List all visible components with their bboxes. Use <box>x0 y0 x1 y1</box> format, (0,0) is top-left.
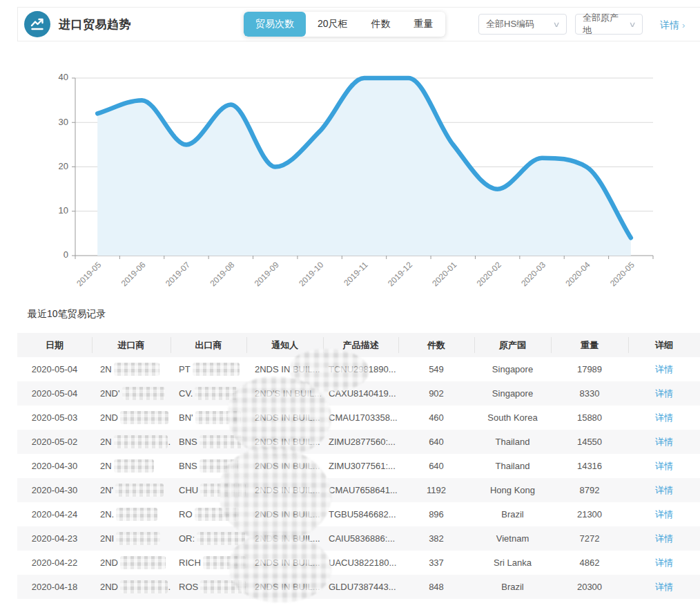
row-detail-link[interactable]: 详情 <box>655 533 673 544</box>
table-row: 2020-04-24 2N. RO 2NDS IN BUIL... TGBU58… <box>17 502 700 526</box>
col-origin-country: 原产国 <box>474 333 551 357</box>
cell-importer: 2ND. <box>92 580 171 593</box>
cell-date: 2020-04-22 <box>17 557 92 568</box>
recent-trades-table: 日期 进口商 出口商 通知人 产品描述 件数 原产国 重量 详细 2020-05… <box>17 333 700 599</box>
cell-origin-country: Vietnam <box>474 533 551 544</box>
censored-text <box>120 411 168 424</box>
table-row: 2020-04-30 2N BNS 2NDS IN BUIL... ZIMU30… <box>17 454 700 478</box>
censored-text <box>200 435 244 448</box>
cell-product-desc: ZIMU3077561:... <box>323 461 398 471</box>
svg-text:30: 30 <box>59 117 68 127</box>
cell-product-desc: UACU3822180... <box>323 557 398 568</box>
col-detail: 详细 <box>628 333 700 357</box>
row-detail-link[interactable]: 详情 <box>655 412 673 423</box>
svg-text:20: 20 <box>59 161 68 171</box>
cell-importer: 2N. <box>92 435 171 448</box>
cell-weight: 7272 <box>551 533 628 544</box>
col-date: 日期 <box>17 333 92 357</box>
cell-exporter: OR: <box>171 532 246 545</box>
row-detail-link[interactable]: 详情 <box>655 461 673 471</box>
censored-text <box>114 435 168 448</box>
svg-text:2020-05: 2020-05 <box>608 260 636 288</box>
cell-weight: 20300 <box>551 582 628 592</box>
table-header-row: 日期 进口商 出口商 通知人 产品描述 件数 原产国 重量 详细 <box>17 333 700 357</box>
svg-text:10: 10 <box>59 205 68 216</box>
row-detail-link[interactable]: 详情 <box>655 557 673 568</box>
row-detail-link[interactable]: 详情 <box>655 582 673 592</box>
table-body: 2020-05-04 2N PT 2NDS IN BUIL... TCNU298… <box>17 357 700 599</box>
cell-date: 2020-04-18 <box>17 582 92 592</box>
cell-importer: 2ND' <box>92 387 171 400</box>
cell-piece-count: 902 <box>398 388 474 399</box>
row-detail-link[interactable]: 详情 <box>655 437 673 447</box>
svg-text:2019-05: 2019-05 <box>75 260 103 288</box>
cell-piece-count: 848 <box>398 582 474 592</box>
cell-importer: 2N <box>92 459 171 473</box>
censored-text <box>197 532 245 545</box>
cell-exporter: RICH <box>171 556 246 569</box>
censored-text <box>114 459 154 473</box>
censored-text <box>195 387 237 400</box>
cell-piece-count: 382 <box>398 533 474 544</box>
censored-text <box>116 532 160 545</box>
cell-piece-count: 640 <box>398 461 474 471</box>
cell-weight: 14550 <box>551 437 628 447</box>
cell-notify-party: 2NDS IN BUIL... <box>246 509 323 520</box>
cell-exporter: CV. <box>171 387 246 400</box>
cell-origin-country: South Korea <box>474 412 551 423</box>
cell-importer: 2N' <box>92 484 171 497</box>
row-detail-link[interactable]: 详情 <box>655 388 673 399</box>
svg-text:2020-04: 2020-04 <box>563 260 592 288</box>
cell-product-desc: TGBU5846682... <box>323 509 398 520</box>
row-detail-link[interactable]: 详情 <box>655 509 673 520</box>
svg-text:2019-07: 2019-07 <box>164 260 192 288</box>
svg-text:2019-08: 2019-08 <box>208 260 236 288</box>
censored-text <box>195 411 241 424</box>
svg-text:2019-10: 2019-10 <box>297 260 325 288</box>
svg-text:0: 0 <box>64 249 68 260</box>
table-row: 2020-04-22 2ND RICH 2NDS IN BUIL... UACU… <box>17 551 700 575</box>
table-row: 2020-05-04 2ND' CV. 2ND'S IN BUIL... CAX… <box>17 381 700 406</box>
cell-date: 2020-05-04 <box>17 364 92 374</box>
col-exporter: 出口商 <box>171 333 246 357</box>
censored-text <box>200 459 238 473</box>
censored-text <box>122 387 165 400</box>
cell-product-desc: ZIMU2877560:... <box>323 437 398 447</box>
table-row: 2020-04-30 2N' CHU 2NDS IN BUIL... CMAU7… <box>17 478 700 502</box>
cell-weight: 17989 <box>551 364 628 374</box>
cell-piece-count: 896 <box>398 509 474 520</box>
cell-product-desc: CAXU8140419... <box>323 388 398 399</box>
cell-weight: 15880 <box>551 412 628 423</box>
cell-product-desc: CAIU5836886:... <box>323 533 398 544</box>
cell-notify-party: 2NDS IN BUIL... <box>246 557 323 568</box>
row-detail-link[interactable]: 详情 <box>655 364 673 374</box>
svg-text:2020-02: 2020-02 <box>475 260 503 288</box>
cell-date: 2020-04-30 <box>17 461 92 471</box>
cell-origin-country: Brazil <box>474 509 551 520</box>
cell-origin-country: Brazil <box>474 582 551 592</box>
cell-weight: 4862 <box>551 557 628 568</box>
svg-text:2020-03: 2020-03 <box>519 260 547 288</box>
cell-piece-count: 337 <box>398 557 474 568</box>
censored-text <box>114 363 159 376</box>
cell-piece-count: 460 <box>398 412 474 423</box>
cell-exporter: PT <box>171 363 246 376</box>
row-detail-link[interactable]: 详情 <box>655 485 673 495</box>
table-row: 2020-05-04 2N PT 2NDS IN BUIL... TCNU298… <box>17 357 700 381</box>
cell-exporter: CHU <box>171 484 246 497</box>
col-product-desc: 产品描述 <box>323 333 398 357</box>
censored-text <box>115 484 164 497</box>
cell-notify-party: 2NDS IN BUIL... <box>246 412 323 423</box>
trade-trend-chart: 0102030402019-052019-062019-072019-08201… <box>0 0 700 304</box>
cell-notify-party: 2NDS IN BUIL... <box>246 437 323 447</box>
cell-piece-count: 549 <box>398 364 474 374</box>
censored-text <box>200 484 246 497</box>
cell-date: 2020-05-04 <box>17 388 92 399</box>
cell-origin-country: Singapore <box>474 364 551 374</box>
censored-text <box>203 556 246 569</box>
cell-weight: 21300 <box>551 509 628 520</box>
table-row: 2020-05-02 2N. BNS 2NDS IN BUIL... ZIMU2… <box>17 430 700 454</box>
svg-text:2019-12: 2019-12 <box>386 260 414 288</box>
cell-piece-count: 640 <box>398 437 474 447</box>
cell-weight: 8792 <box>551 485 628 495</box>
